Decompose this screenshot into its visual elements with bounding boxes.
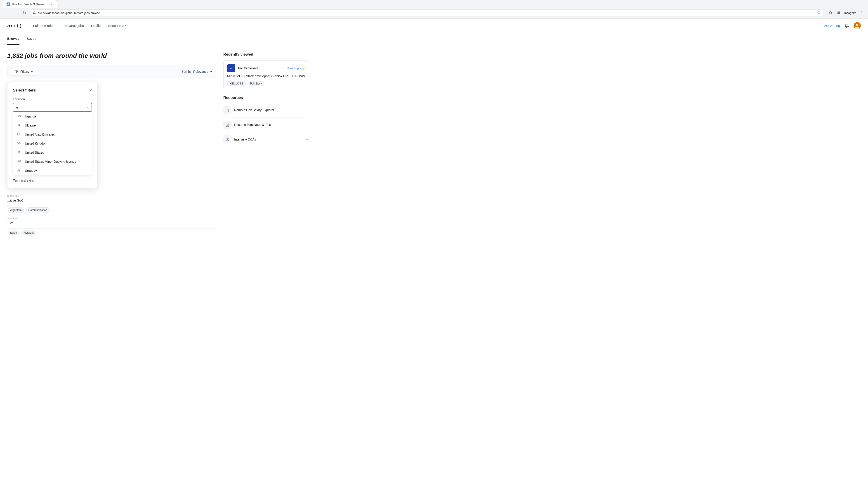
main-nav: Full-time roles Freelance jobs Profile R… [33,24,824,28]
dropdown-item-uae[interactable]: ae United Arab Emirates [13,130,92,139]
network-tag: Network [21,230,36,235]
lock-icon [33,11,36,14]
job-list: a day ago ...itive SoC Algorithm Communi… [7,192,216,237]
tab-title: Hire Top Remote Software Dev... [12,3,49,6]
interview-qas-label: Interview Q&As [234,138,303,141]
resume-templates-label: Resume Templates & Tips [234,123,303,127]
recently-viewed-title: Recently viewed [223,52,309,57]
interview-icon [223,135,231,143]
modal-close-button[interactable]: × [89,88,92,93]
svg-rect-17 [228,109,228,112]
svg-rect-5 [837,13,839,14]
address-bar[interactable]: arc.dev/dashboard/d/global-remote-jobs/b… [30,9,824,16]
sub-nav-saved[interactable]: Saved [27,33,36,45]
sub-nav-browse[interactable]: Browse [7,33,20,45]
notification-bell[interactable] [844,23,850,29]
location-dropdown[interactable]: ug Uganda ua Ukraine ae United Arab Emir… [13,112,92,175]
nav-profile[interactable]: Profile [91,24,101,28]
job-item-1: a day ago ...itive SoC [7,192,216,206]
search-button[interactable] [827,9,834,17]
salary-explorer-arrow: → [306,108,309,112]
company-logo: arc [227,64,235,72]
dropdown-item-us-minor[interactable]: um United States Minor Outlying Islands [13,157,92,166]
address-bar-row: ← → ↻ arc.dev/dashboard/d/global-remote-… [0,8,868,18]
svg-rect-16 [227,109,227,112]
dropdown-item-uk[interactable]: gb United Kingdom [13,139,92,148]
browser-icons: Incognito [827,9,865,17]
location-input[interactable] [13,103,92,112]
technical-skills-label: Technical skills [13,179,92,182]
svg-point-9 [862,14,862,14]
salary-explorer-label: Remote Dev Salary Explorer [234,108,303,112]
job-item-2: a day ago ...ve [7,214,216,229]
nav-resources[interactable]: Resources [108,24,128,28]
extensions-button[interactable] [835,9,842,17]
resource-interview-qas[interactable]: Interview Q&As → [223,132,309,147]
svg-rect-6 [839,13,840,14]
fast-apply-badge[interactable]: Fast apply ⚡ [287,67,305,70]
svg-point-0 [7,3,9,5]
resource-resume-templates[interactable]: Resume Templates & Tips → [223,118,309,132]
dropdown-item-uruguay[interactable]: uy Uruguay [13,166,92,175]
algorithm-tag: Algorithm [8,207,24,213]
tag-html-css: HTML/CSS [227,81,246,86]
tab-favicon [6,2,10,6]
browser-chrome: Hire Top Remote Software Dev... × + ← → … [0,0,868,19]
svg-point-8 [862,13,862,13]
active-tab[interactable]: Hire Top Remote Software Dev... × [3,0,57,8]
dropdown-item-ukraine[interactable]: ua Ukraine [13,121,92,130]
tab-close-button[interactable]: × [51,2,53,6]
resume-icon [223,121,231,129]
svg-point-12 [855,27,859,29]
new-tab-button[interactable]: + [57,0,63,8]
reload-button[interactable]: ↻ [21,9,28,17]
page-title: 1,832 jobs from around the world [7,52,216,59]
filter-modal: Select filters × Location ▼ ug Uganda ua… [7,82,98,188]
tag-full-stack: Full Stack [248,81,265,86]
nav-freelance[interactable]: Freelance jobs [61,24,84,28]
user-avatar[interactable] [854,22,861,29]
back-button[interactable]: ← [3,9,10,17]
resume-templates-arrow: → [306,123,309,127]
ration-tag: ration [8,230,20,235]
company-name: Arc Exclusive [238,66,258,70]
star-icon[interactable] [817,11,820,15]
job1-title: ...itive SoC [7,198,216,202]
filter-bar: Filters Sort by: Relevance [7,65,216,78]
job2-title: ...ve [7,221,216,225]
left-panel: 1,832 jobs from around the world Filters… [7,52,216,237]
resource-salary-explorer[interactable]: Remote Dev Salary Explorer → [223,103,309,118]
svg-point-11 [856,24,858,26]
main-content: 1,832 jobs from around the world Filters… [0,45,316,244]
communication-tag: Communication [26,207,50,213]
site-header: arc() Full-time roles Freelance jobs Pro… [0,19,868,33]
sort-dropdown[interactable]: Sort by: Relevance [182,70,212,73]
svg-rect-15 [225,110,226,112]
forward-button[interactable]: → [12,9,19,17]
menu-button[interactable] [858,9,865,17]
nav-full-time[interactable]: Full-time roles [33,24,54,28]
sort-chevron-icon [210,70,212,73]
svg-text:arc: arc [230,67,233,70]
job1-time: a day ago [7,194,216,197]
right-panel: Recently viewed arc Arc Exclusive Fast a… [223,52,309,237]
location-input-wrap: ▼ [13,103,92,112]
svg-rect-3 [837,11,839,13]
filter-icon [15,70,19,73]
url-text: arc.dev/dashboard/d/global-remote-jobs/b… [38,11,815,15]
dropdown-item-uganda[interactable]: ug Uganda [13,112,92,121]
job2-tags: ration Network [7,230,216,236]
site-logo[interactable]: arc() [7,23,22,29]
arc-vetting-link[interactable]: Arc vetting [824,24,840,28]
filters-button[interactable]: Filters [11,68,37,75]
job-tags: HTML/CSS Full Stack [227,81,305,86]
interview-qas-arrow: → [306,137,309,141]
chevron-down-icon [125,24,128,27]
job1-tags: Algorithm Communication [7,207,216,213]
job-card-header: arc Arc Exclusive Fast apply ⚡ [227,64,305,72]
location-chevron-icon: ▼ [87,106,89,109]
dropdown-item-us[interactable]: us United States [13,148,92,157]
svg-point-7 [862,11,862,12]
job-card-title[interactable]: Mid-level Ful Stack developoer (Roblox L… [227,74,305,78]
header-actions: Arc vetting [824,22,861,29]
